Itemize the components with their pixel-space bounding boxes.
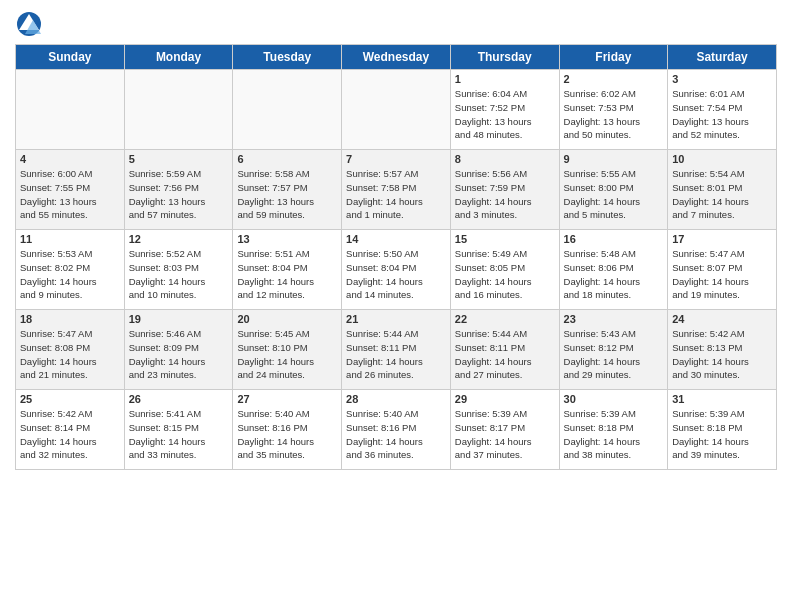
- day-cell: [233, 70, 342, 150]
- day-info: Sunrise: 5:48 AMSunset: 8:06 PMDaylight:…: [564, 247, 664, 302]
- day-number: 16: [564, 233, 664, 245]
- day-cell: 1Sunrise: 6:04 AMSunset: 7:52 PMDaylight…: [450, 70, 559, 150]
- day-number: 12: [129, 233, 229, 245]
- day-cell: 10Sunrise: 5:54 AMSunset: 8:01 PMDayligh…: [668, 150, 777, 230]
- day-number: 15: [455, 233, 555, 245]
- week-row-3: 11Sunrise: 5:53 AMSunset: 8:02 PMDayligh…: [16, 230, 777, 310]
- page: SundayMondayTuesdayWednesdayThursdayFrid…: [0, 0, 792, 612]
- day-number: 13: [237, 233, 337, 245]
- week-row-5: 25Sunrise: 5:42 AMSunset: 8:14 PMDayligh…: [16, 390, 777, 470]
- day-number: 27: [237, 393, 337, 405]
- day-cell: 15Sunrise: 5:49 AMSunset: 8:05 PMDayligh…: [450, 230, 559, 310]
- day-info: Sunrise: 5:47 AMSunset: 8:08 PMDaylight:…: [20, 327, 120, 382]
- day-cell: 13Sunrise: 5:51 AMSunset: 8:04 PMDayligh…: [233, 230, 342, 310]
- day-cell: [124, 70, 233, 150]
- day-info: Sunrise: 5:57 AMSunset: 7:58 PMDaylight:…: [346, 167, 446, 222]
- day-cell: 27Sunrise: 5:40 AMSunset: 8:16 PMDayligh…: [233, 390, 342, 470]
- day-number: 18: [20, 313, 120, 325]
- day-cell: [16, 70, 125, 150]
- day-cell: 26Sunrise: 5:41 AMSunset: 8:15 PMDayligh…: [124, 390, 233, 470]
- col-header-sunday: Sunday: [16, 45, 125, 70]
- day-info: Sunrise: 6:02 AMSunset: 7:53 PMDaylight:…: [564, 87, 664, 142]
- day-info: Sunrise: 5:40 AMSunset: 8:16 PMDaylight:…: [237, 407, 337, 462]
- day-number: 26: [129, 393, 229, 405]
- col-header-monday: Monday: [124, 45, 233, 70]
- day-info: Sunrise: 5:42 AMSunset: 8:13 PMDaylight:…: [672, 327, 772, 382]
- day-number: 17: [672, 233, 772, 245]
- day-number: 22: [455, 313, 555, 325]
- day-info: Sunrise: 5:45 AMSunset: 8:10 PMDaylight:…: [237, 327, 337, 382]
- day-number: 11: [20, 233, 120, 245]
- day-info: Sunrise: 5:41 AMSunset: 8:15 PMDaylight:…: [129, 407, 229, 462]
- day-number: 19: [129, 313, 229, 325]
- day-info: Sunrise: 5:42 AMSunset: 8:14 PMDaylight:…: [20, 407, 120, 462]
- day-cell: 9Sunrise: 5:55 AMSunset: 8:00 PMDaylight…: [559, 150, 668, 230]
- day-info: Sunrise: 5:50 AMSunset: 8:04 PMDaylight:…: [346, 247, 446, 302]
- day-number: 5: [129, 153, 229, 165]
- day-info: Sunrise: 5:53 AMSunset: 8:02 PMDaylight:…: [20, 247, 120, 302]
- day-number: 30: [564, 393, 664, 405]
- col-header-saturday: Saturday: [668, 45, 777, 70]
- day-number: 14: [346, 233, 446, 245]
- day-info: Sunrise: 5:44 AMSunset: 8:11 PMDaylight:…: [455, 327, 555, 382]
- day-info: Sunrise: 5:49 AMSunset: 8:05 PMDaylight:…: [455, 247, 555, 302]
- day-cell: 8Sunrise: 5:56 AMSunset: 7:59 PMDaylight…: [450, 150, 559, 230]
- day-number: 24: [672, 313, 772, 325]
- header-row: SundayMondayTuesdayWednesdayThursdayFrid…: [16, 45, 777, 70]
- day-number: 31: [672, 393, 772, 405]
- day-cell: 5Sunrise: 5:59 AMSunset: 7:56 PMDaylight…: [124, 150, 233, 230]
- day-number: 21: [346, 313, 446, 325]
- week-row-4: 18Sunrise: 5:47 AMSunset: 8:08 PMDayligh…: [16, 310, 777, 390]
- week-row-2: 4Sunrise: 6:00 AMSunset: 7:55 PMDaylight…: [16, 150, 777, 230]
- day-cell: 6Sunrise: 5:58 AMSunset: 7:57 PMDaylight…: [233, 150, 342, 230]
- day-cell: 24Sunrise: 5:42 AMSunset: 8:13 PMDayligh…: [668, 310, 777, 390]
- day-cell: 30Sunrise: 5:39 AMSunset: 8:18 PMDayligh…: [559, 390, 668, 470]
- day-info: Sunrise: 5:44 AMSunset: 8:11 PMDaylight:…: [346, 327, 446, 382]
- day-cell: [342, 70, 451, 150]
- day-cell: 16Sunrise: 5:48 AMSunset: 8:06 PMDayligh…: [559, 230, 668, 310]
- day-info: Sunrise: 5:54 AMSunset: 8:01 PMDaylight:…: [672, 167, 772, 222]
- day-number: 29: [455, 393, 555, 405]
- day-number: 1: [455, 73, 555, 85]
- day-cell: 25Sunrise: 5:42 AMSunset: 8:14 PMDayligh…: [16, 390, 125, 470]
- day-number: 25: [20, 393, 120, 405]
- day-info: Sunrise: 5:46 AMSunset: 8:09 PMDaylight:…: [129, 327, 229, 382]
- day-info: Sunrise: 6:00 AMSunset: 7:55 PMDaylight:…: [20, 167, 120, 222]
- day-cell: 12Sunrise: 5:52 AMSunset: 8:03 PMDayligh…: [124, 230, 233, 310]
- day-cell: 29Sunrise: 5:39 AMSunset: 8:17 PMDayligh…: [450, 390, 559, 470]
- day-cell: 18Sunrise: 5:47 AMSunset: 8:08 PMDayligh…: [16, 310, 125, 390]
- day-number: 20: [237, 313, 337, 325]
- day-cell: 4Sunrise: 6:00 AMSunset: 7:55 PMDaylight…: [16, 150, 125, 230]
- day-cell: 11Sunrise: 5:53 AMSunset: 8:02 PMDayligh…: [16, 230, 125, 310]
- day-number: 2: [564, 73, 664, 85]
- day-number: 7: [346, 153, 446, 165]
- day-cell: 14Sunrise: 5:50 AMSunset: 8:04 PMDayligh…: [342, 230, 451, 310]
- day-info: Sunrise: 5:51 AMSunset: 8:04 PMDaylight:…: [237, 247, 337, 302]
- day-number: 23: [564, 313, 664, 325]
- calendar-table: SundayMondayTuesdayWednesdayThursdayFrid…: [15, 44, 777, 470]
- day-info: Sunrise: 5:43 AMSunset: 8:12 PMDaylight:…: [564, 327, 664, 382]
- day-info: Sunrise: 5:39 AMSunset: 8:18 PMDaylight:…: [564, 407, 664, 462]
- day-cell: 17Sunrise: 5:47 AMSunset: 8:07 PMDayligh…: [668, 230, 777, 310]
- week-row-1: 1Sunrise: 6:04 AMSunset: 7:52 PMDaylight…: [16, 70, 777, 150]
- day-cell: 28Sunrise: 5:40 AMSunset: 8:16 PMDayligh…: [342, 390, 451, 470]
- col-header-tuesday: Tuesday: [233, 45, 342, 70]
- day-cell: 21Sunrise: 5:44 AMSunset: 8:11 PMDayligh…: [342, 310, 451, 390]
- day-number: 28: [346, 393, 446, 405]
- col-header-friday: Friday: [559, 45, 668, 70]
- day-info: Sunrise: 5:59 AMSunset: 7:56 PMDaylight:…: [129, 167, 229, 222]
- header: [15, 10, 777, 38]
- day-info: Sunrise: 5:58 AMSunset: 7:57 PMDaylight:…: [237, 167, 337, 222]
- day-cell: 22Sunrise: 5:44 AMSunset: 8:11 PMDayligh…: [450, 310, 559, 390]
- day-info: Sunrise: 5:47 AMSunset: 8:07 PMDaylight:…: [672, 247, 772, 302]
- day-info: Sunrise: 5:39 AMSunset: 8:17 PMDaylight:…: [455, 407, 555, 462]
- day-info: Sunrise: 5:56 AMSunset: 7:59 PMDaylight:…: [455, 167, 555, 222]
- day-number: 6: [237, 153, 337, 165]
- day-number: 8: [455, 153, 555, 165]
- day-cell: 20Sunrise: 5:45 AMSunset: 8:10 PMDayligh…: [233, 310, 342, 390]
- day-info: Sunrise: 5:39 AMSunset: 8:18 PMDaylight:…: [672, 407, 772, 462]
- day-cell: 2Sunrise: 6:02 AMSunset: 7:53 PMDaylight…: [559, 70, 668, 150]
- day-number: 3: [672, 73, 772, 85]
- day-info: Sunrise: 5:40 AMSunset: 8:16 PMDaylight:…: [346, 407, 446, 462]
- day-info: Sunrise: 6:04 AMSunset: 7:52 PMDaylight:…: [455, 87, 555, 142]
